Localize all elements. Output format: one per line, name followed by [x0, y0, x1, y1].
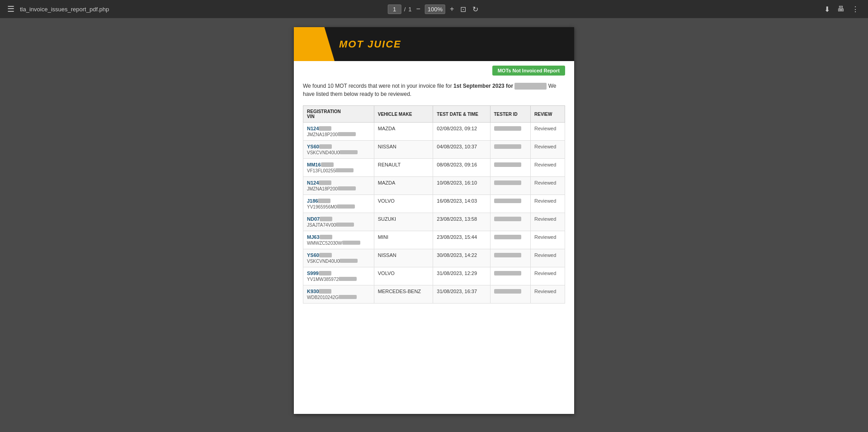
cell-tester-id	[490, 141, 531, 159]
fit-button[interactable]: ⊡	[458, 4, 468, 14]
description-pre: We found 10 MOT records that were not in…	[303, 83, 453, 89]
cell-make: VOLVO	[374, 195, 433, 213]
review-status: Reviewed	[534, 289, 556, 294]
toolbar-center: / 1 − + ⊡ ↻	[388, 4, 481, 14]
vin-text: VF13FL00255	[307, 168, 370, 173]
redacted-company: ██████████	[514, 83, 547, 90]
more-options-button[interactable]: ⋮	[850, 4, 861, 14]
cell-review: Reviewed	[531, 177, 565, 195]
cell-make: NISSAN	[374, 249, 433, 267]
cell-registration-vin: MJ63 WMWZC52030W	[303, 231, 374, 249]
tester-redacted	[494, 162, 521, 167]
cell-test-date: 31/08/2023, 16:37	[433, 285, 490, 304]
cell-registration-vin: YS60 VSKCVND40U0	[303, 249, 374, 267]
cell-test-date: 02/08/2023, 09:12	[433, 123, 490, 141]
registration-text: MJ63	[307, 234, 370, 240]
cell-test-date: 04/08/2023, 10:37	[433, 141, 490, 159]
page-number-input[interactable]	[388, 5, 401, 14]
vin-text: JMZNA18P200	[307, 186, 370, 191]
vin-redacted	[339, 295, 357, 299]
cell-review: Reviewed	[531, 141, 565, 159]
report-badge-row: MOTs Not Invoiced Report	[294, 61, 574, 79]
cell-test-date: 23/08/2023, 15:44	[433, 231, 490, 249]
vin-redacted	[338, 186, 356, 190]
cell-test-date: 10/08/2023, 16:10	[433, 177, 490, 195]
vin-text: VSKCVND40U0	[307, 259, 370, 264]
review-status: Reviewed	[534, 271, 556, 276]
cell-tester-id	[490, 213, 531, 231]
cell-registration-vin: J186 YV1965956M0	[303, 195, 374, 213]
tester-redacted	[494, 235, 521, 239]
report-badge: MOTs Not Invoiced Report	[492, 66, 565, 76]
cell-review: Reviewed	[531, 213, 565, 231]
table-row: J186 YV1965956M0 VOLVO16/08/2023, 14:03 …	[303, 195, 565, 213]
cell-tester-id	[490, 231, 531, 249]
cell-make: MINI	[374, 231, 433, 249]
review-status: Reviewed	[534, 180, 556, 185]
cell-review: Reviewed	[531, 123, 565, 141]
cell-tester-id	[490, 285, 531, 304]
cell-tester-id	[490, 267, 531, 285]
table-row: MJ63 WMWZC52030W MINI23/08/2023, 15:44 R…	[303, 231, 565, 249]
cell-tester-id	[490, 195, 531, 213]
tester-redacted	[494, 180, 521, 185]
review-status: Reviewed	[534, 198, 556, 204]
cell-make: MAZDA	[374, 123, 433, 141]
cell-registration-vin: ND07 JSAJTA74V00	[303, 213, 374, 231]
download-button[interactable]: ⬇	[822, 4, 832, 14]
vin-text: JSAJTA74V00	[307, 223, 370, 228]
rotate-button[interactable]: ↻	[471, 4, 480, 14]
cell-registration-vin: K930 WDB2010242G	[303, 285, 374, 304]
table-row: YS60 VSKCVND40U0 NISSAN30/08/2023, 14:22…	[303, 249, 565, 267]
table-body: N124 JMZNA18P200 MAZDA02/08/2023, 09:12 …	[303, 123, 565, 304]
reg-redacted	[319, 180, 331, 185]
table-row: K930 WDB2010242G MERCEDES-BENZ31/08/2023…	[303, 285, 565, 304]
toolbar-right: ⬇ 🖶 ⋮	[822, 4, 861, 14]
vin-redacted	[335, 168, 354, 172]
cell-make: VOLVO	[374, 267, 433, 285]
tester-redacted	[494, 271, 521, 275]
cell-make: MAZDA	[374, 177, 433, 195]
logo-yellow-background	[294, 27, 335, 61]
col-header-test-date: TEST DATE & TIME	[433, 106, 490, 123]
reg-redacted	[319, 144, 332, 149]
cell-registration-vin: N124 JMZNA18P200	[303, 177, 374, 195]
cell-test-date: 08/08/2023, 09:16	[433, 159, 490, 177]
page-separator: /	[404, 6, 406, 13]
cell-test-date: 23/08/2023, 13:58	[433, 213, 490, 231]
registration-text: YS60	[307, 144, 370, 149]
hamburger-icon[interactable]: ☰	[7, 4, 14, 14]
registration-text: N124	[307, 126, 370, 131]
vin-text: YV1MW385972	[307, 277, 370, 282]
cell-review: Reviewed	[531, 267, 565, 285]
registration-text: ND07	[307, 216, 370, 222]
table-row: ND07 JSAJTA74V00 SUZUKI23/08/2023, 13:58…	[303, 213, 565, 231]
reg-redacted	[318, 199, 330, 203]
mot-records-table: REGISTRATIONVIN VEHICLE MAKE TEST DATE &…	[303, 105, 565, 304]
cell-tester-id	[490, 159, 531, 177]
cell-review: Reviewed	[531, 249, 565, 267]
zoom-input[interactable]	[425, 5, 445, 14]
zoom-out-button[interactable]: −	[415, 4, 422, 14]
tester-redacted	[494, 199, 521, 203]
cell-test-date: 30/08/2023, 14:22	[433, 249, 490, 267]
zoom-in-button[interactable]: +	[448, 4, 456, 14]
table-row: MM16 VF13FL00255 RENAULT08/08/2023, 09:1…	[303, 159, 565, 177]
registration-text: S999	[307, 271, 370, 276]
cell-test-date: 16/08/2023, 14:03	[433, 195, 490, 213]
review-status: Reviewed	[534, 162, 556, 167]
table-row: YS60 VSKCVND40U0 NISSAN04/08/2023, 10:37…	[303, 141, 565, 159]
print-button[interactable]: 🖶	[835, 4, 846, 14]
vin-redacted	[342, 241, 360, 245]
registration-text: K930	[307, 289, 370, 294]
reg-redacted	[319, 289, 331, 294]
table-row: N124 JMZNA18P200 MAZDA10/08/2023, 16:10 …	[303, 177, 565, 195]
vin-text: WMWZC52030W	[307, 241, 370, 246]
col-header-make: VEHICLE MAKE	[374, 106, 433, 123]
cell-make: MERCEDES-BENZ	[374, 285, 433, 304]
cell-test-date: 31/08/2023, 12:29	[433, 267, 490, 285]
vin-redacted	[336, 223, 354, 227]
pdf-header: MOT JUICE	[294, 27, 574, 61]
registration-text: N124	[307, 180, 370, 185]
tester-redacted	[494, 126, 521, 131]
